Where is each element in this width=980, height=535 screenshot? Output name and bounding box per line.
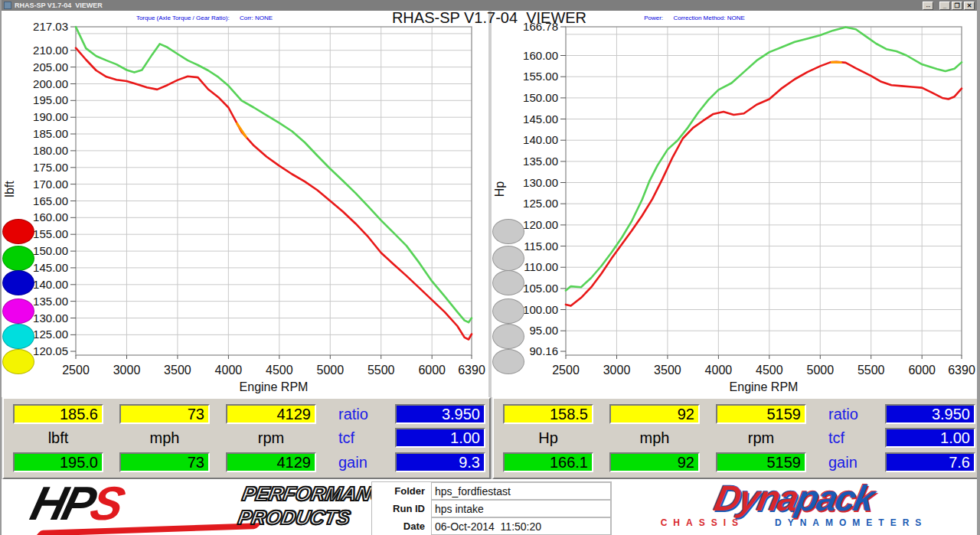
run-select-button-gray-6[interactable] bbox=[492, 349, 524, 374]
ratio-label: ratio bbox=[338, 404, 392, 424]
speed-run1-value-box: 92 bbox=[609, 404, 700, 424]
run-select-button-green[interactable] bbox=[2, 246, 34, 271]
run-id-label: Run ID bbox=[372, 500, 431, 517]
svg-text:3000: 3000 bbox=[113, 364, 141, 377]
dynapack-logo: Dynapack CHASSIS DYNAMOMETERS bbox=[626, 481, 962, 534]
svg-text:115.00: 115.00 bbox=[524, 240, 558, 253]
viewer-window: RHAS-SP V1.7-04 VIEWER ↔ _ ❐ ✕ RHAS-SP V… bbox=[0, 0, 980, 535]
dynapack-pack-text: pack bbox=[792, 478, 877, 518]
svg-text:205.00: 205.00 bbox=[33, 60, 68, 73]
power-run1-value-box: 158.5 bbox=[503, 404, 593, 424]
svg-text:217.03: 217.03 bbox=[33, 20, 68, 33]
torque-chart-svg[interactable]: 217.03210.00205.00200.00195.00190.00185.… bbox=[2, 11, 490, 397]
run-select-button-gray-2[interactable] bbox=[492, 246, 524, 271]
svg-text:170.00: 170.00 bbox=[33, 178, 68, 191]
close-button[interactable]: ✕ bbox=[964, 2, 975, 10]
svg-text:5500: 5500 bbox=[858, 364, 885, 377]
rpm-unit-label: rpm bbox=[226, 428, 316, 448]
torque-unit-label: lbft bbox=[13, 428, 103, 448]
svg-text:3500: 3500 bbox=[654, 364, 681, 377]
svg-text:2500: 2500 bbox=[62, 364, 90, 377]
svg-text:180.00: 180.00 bbox=[33, 144, 68, 157]
run-select-button-gray-4[interactable] bbox=[492, 298, 524, 324]
torque-chart-header: Torque (Axle Torque / Gear Ratio): Corr:… bbox=[74, 15, 335, 21]
svg-text:145.00: 145.00 bbox=[33, 261, 68, 274]
svg-text:160.00: 160.00 bbox=[523, 49, 558, 62]
run-id-value: hps intake bbox=[431, 500, 611, 517]
tcf-value-box: 1.00 bbox=[395, 428, 485, 448]
svg-text:6000: 6000 bbox=[418, 364, 446, 377]
date-value: 06-Oct-2014 11:50:20 bbox=[431, 517, 611, 535]
rpm-unit-label: rpm bbox=[716, 428, 806, 448]
power-chart-panel: Power: Correction Method: NONE 166.78160… bbox=[492, 11, 980, 397]
speed-unit-label: mph bbox=[609, 428, 700, 448]
run-select-button-red[interactable] bbox=[2, 219, 34, 244]
svg-text:150.00: 150.00 bbox=[523, 91, 558, 104]
run-select-button-magenta[interactable] bbox=[2, 298, 34, 324]
svg-text:166.78: 166.78 bbox=[523, 20, 558, 33]
maximize-button[interactable]: ❐ bbox=[952, 2, 962, 10]
svg-text:3500: 3500 bbox=[164, 364, 191, 377]
svg-text:6390: 6390 bbox=[458, 364, 485, 377]
run-select-button-cyan[interactable] bbox=[2, 324, 34, 349]
svg-text:5000: 5000 bbox=[807, 364, 835, 377]
dynapack-wordmark: Dynapack bbox=[622, 481, 966, 516]
svg-text:210.00: 210.00 bbox=[33, 44, 68, 57]
speed-run2-value-box: 73 bbox=[119, 452, 210, 472]
svg-text:130.00: 130.00 bbox=[523, 176, 558, 189]
run-select-button-yellow[interactable] bbox=[2, 349, 34, 374]
torque-data-panel: 185.6 73 4129 lbft mph rpm 195.0 73 4129… bbox=[2, 397, 491, 479]
svg-text:120.05: 120.05 bbox=[33, 344, 68, 357]
svg-text:3000: 3000 bbox=[603, 364, 631, 377]
svg-text:155.00: 155.00 bbox=[523, 70, 558, 83]
speed-run2-value-box: 92 bbox=[609, 452, 700, 472]
svg-text:90.16: 90.16 bbox=[529, 344, 558, 357]
bottom-row: HPS PERFORMANCE PRODUCTS Folder hps_ford… bbox=[2, 479, 980, 535]
speed-unit-label: mph bbox=[119, 428, 210, 448]
svg-text:6000: 6000 bbox=[908, 364, 936, 377]
power-chart-svg[interactable]: 166.78160.00155.00150.00145.00140.00135.… bbox=[492, 11, 980, 397]
ratio-value-box: 3.950 bbox=[885, 404, 975, 424]
svg-text:185.00: 185.00 bbox=[33, 127, 68, 140]
rpm-run1-value-box: 5159 bbox=[716, 404, 806, 424]
minimize-button[interactable]: _ bbox=[939, 2, 950, 10]
app-icon bbox=[4, 2, 11, 9]
run-select-button-gray-5[interactable] bbox=[492, 324, 524, 349]
hps-logo: HPS PERFORMANCE PRODUCTS bbox=[18, 482, 363, 534]
gain-value-box: 9.3 bbox=[395, 452, 485, 472]
svg-text:2500: 2500 bbox=[552, 364, 580, 377]
svg-text:5000: 5000 bbox=[317, 364, 345, 377]
tcf-value-box: 1.00 bbox=[885, 428, 975, 448]
gain-value-box: 7.6 bbox=[885, 452, 975, 472]
folder-value: hps_fordfiestast bbox=[431, 482, 611, 500]
power-chart-header: Power: Correction Method: NONE bbox=[564, 15, 825, 21]
run-info-table: Folder hps_fordfiestast Run ID hps intak… bbox=[371, 481, 612, 535]
run-select-button-blue[interactable] bbox=[2, 270, 34, 295]
svg-text:175.00: 175.00 bbox=[33, 161, 68, 174]
svg-text:125.00: 125.00 bbox=[523, 197, 558, 210]
dynapack-dynamometers-text: DYNAMOMETERS bbox=[775, 517, 927, 528]
resize-button[interactable]: ↔ bbox=[923, 2, 933, 10]
svg-text:140.00: 140.00 bbox=[523, 133, 558, 146]
gain-label: gain bbox=[828, 452, 882, 472]
svg-text:105.00: 105.00 bbox=[523, 282, 558, 295]
run-select-button-gray-3[interactable] bbox=[492, 270, 524, 295]
svg-text:135.00: 135.00 bbox=[523, 155, 558, 168]
folder-label: Folder bbox=[372, 482, 431, 500]
ratio-label: ratio bbox=[828, 404, 882, 424]
run-select-button-gray-1[interactable] bbox=[492, 219, 524, 244]
torque-run2-value-box: 195.0 bbox=[13, 452, 103, 472]
svg-text:4000: 4000 bbox=[705, 364, 733, 377]
ratio-value-box: 3.950 bbox=[395, 404, 485, 424]
svg-text:130.00: 130.00 bbox=[33, 312, 68, 325]
rpm-run2-value-box: 5159 bbox=[716, 452, 806, 472]
svg-text:165.00: 165.00 bbox=[33, 194, 68, 207]
rpm-run1-value-box: 4129 bbox=[226, 404, 316, 424]
svg-text:6390: 6390 bbox=[948, 364, 975, 377]
dynapack-dyna-text: Dyna bbox=[710, 478, 801, 518]
svg-text:Engine RPM: Engine RPM bbox=[240, 380, 309, 393]
svg-text:160.00: 160.00 bbox=[33, 210, 68, 223]
svg-text:140.00: 140.00 bbox=[33, 278, 68, 291]
svg-text:4500: 4500 bbox=[266, 364, 293, 377]
svg-text:135.00: 135.00 bbox=[33, 295, 68, 308]
